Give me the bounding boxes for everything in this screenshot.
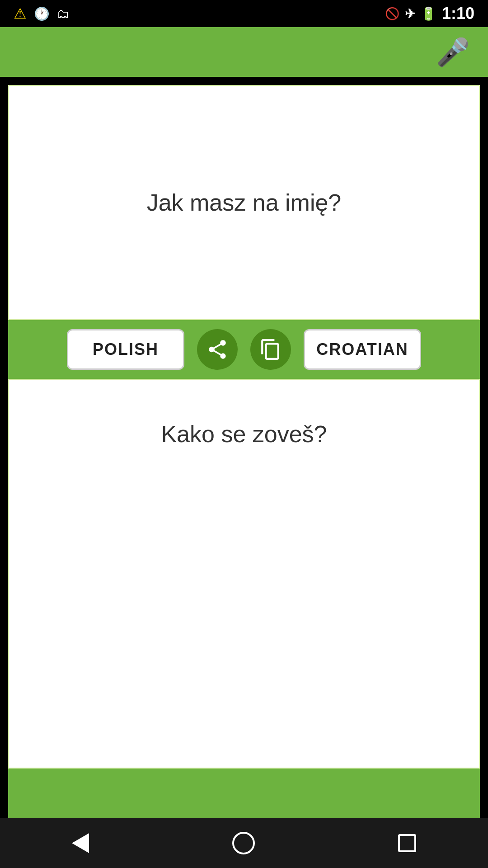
no-sim-icon: 🚫 [385,7,399,21]
home-button[interactable] [232,832,255,854]
middle-bar: POLISH CROATIAN [8,320,480,379]
source-language-button[interactable]: POLISH [67,329,184,370]
source-text: Jak masz na imię? [133,175,355,230]
back-icon [72,833,89,853]
airplane-icon: ✈ [405,6,415,21]
translation-panel: Kako se zoveš? [8,379,480,769]
copy-button[interactable] [250,329,291,370]
clock-icon: 🕐 [34,6,50,21]
home-icon [232,832,255,854]
mic-icon: 🎤 [436,36,470,68]
share-icon [206,338,229,361]
share-button[interactable] [197,329,238,370]
status-bar: ⚠ 🕐 🗂 🚫 ✈ 🔋 1:10 [0,0,488,27]
sd-card-icon: 🗂 [57,6,70,21]
source-panel: Jak masz na imię? [8,85,480,320]
translation-text: Kako se zoveš? [147,407,340,461]
back-button[interactable] [72,833,89,853]
nav-bar [0,818,488,868]
app-bar: 🎤 [0,27,488,77]
copy-icon [259,338,282,361]
target-language-label: CROATIAN [316,340,408,359]
source-language-label: POLISH [93,340,159,359]
target-language-button[interactable]: CROATIAN [304,329,421,370]
recent-apps-button[interactable] [398,834,416,852]
recent-apps-icon [398,834,416,852]
warning-icon: ⚠ [14,5,27,22]
status-icons-right: 🚫 ✈ 🔋 1:10 [385,4,474,23]
microphone-button[interactable]: 🎤 [436,36,470,68]
bottom-green-bar [8,769,480,818]
battery-icon: 🔋 [421,6,436,21]
time-display: 1:10 [442,4,474,23]
status-icons-left: ⚠ 🕐 🗂 [14,5,70,22]
